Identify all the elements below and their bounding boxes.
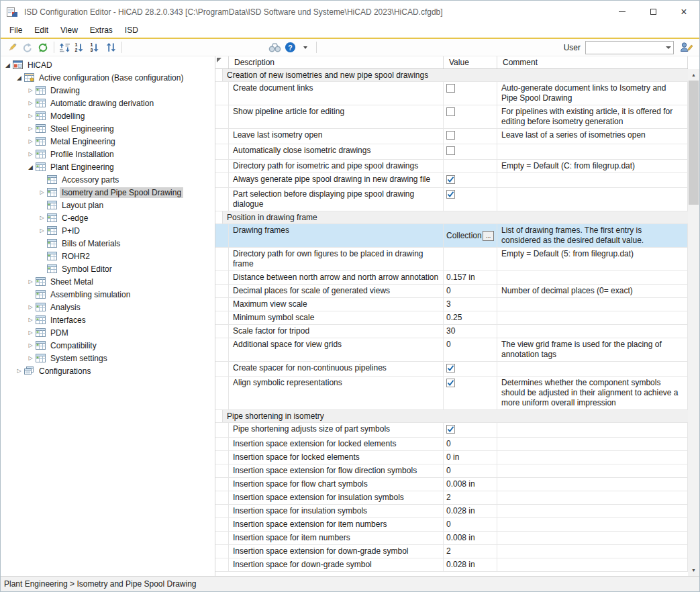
tree-expand-arrow-icon[interactable]: ▷ [26,355,35,361]
value-text[interactable]: 0 [446,439,451,448]
table-row[interactable]: Insertion space extension for flow direc… [215,464,688,478]
column-header-comment[interactable]: Comment [497,56,688,68]
table-row[interactable]: Create spacer for non-continuous pipelin… [215,362,688,377]
value-text[interactable]: 2 [446,546,451,556]
row-handle[interactable] [215,129,229,144]
row-handle[interactable] [215,285,229,297]
column-header-value[interactable]: Value [444,56,497,68]
row-handle[interactable] [215,160,229,172]
value-text[interactable]: 0 in [446,452,459,462]
tree-item-rohr2[interactable]: ROHR2 [1,250,215,262]
vertical-scrollbar[interactable]: ▲ ▼ [688,69,699,576]
tree-item-assembling-simulation[interactable]: Assembling simulation [1,288,215,301]
row-handle[interactable] [215,518,229,531]
table-row[interactable]: Align symbolic representationsDetermines… [215,377,688,410]
tree-item-p-id[interactable]: ▷P+ID [1,224,215,237]
maximize-button[interactable] [638,1,668,23]
row-handle[interactable] [215,423,229,437]
tree-item-compatibility[interactable]: ▷Compatibility [1,339,215,352]
tree-collapse-arrow-icon[interactable]: ◢ [3,62,12,68]
table-row[interactable]: Always generate pipe spool drawing in ne… [215,173,688,188]
tree-item-steel-engineering[interactable]: ▷Steel Engineering [1,122,215,135]
row-handle[interactable] [215,478,229,491]
tree-expand-arrow-icon[interactable]: ▷ [26,87,35,93]
row-handle[interactable] [215,338,229,361]
tree-collapse-arrow-icon[interactable]: ◢ [26,164,35,170]
value-text[interactable]: 2 [446,493,451,502]
table-row[interactable]: Minimum symbol scale0.25 [215,311,688,325]
tree-item-bills-of-materials[interactable]: Bills of Materials [1,237,215,250]
row-handle[interactable] [215,144,229,159]
row-handle[interactable] [215,558,229,571]
tree-item-active-configuration-base-configuration[interactable]: ◢Active configuration (Base configuratio… [1,71,215,84]
table-row[interactable]: Insertion space extension for down-grade… [215,545,688,558]
table-row[interactable]: Insertion space for locked elements0 in [215,451,688,464]
tree-item-isometry-and-pipe-spool-drawing[interactable]: ▷Isometry and Pipe Spool Drawing [1,186,215,199]
tree-item-modelling[interactable]: ▷Modelling [1,109,215,122]
checkbox-unchecked[interactable] [446,146,455,155]
refresh-icon[interactable] [36,40,50,55]
table-row[interactable]: Insertion space for item numbers0.008 in [215,532,688,545]
value-text[interactable]: 0.028 in [446,506,475,515]
section-header[interactable]: Pipe shortening in isometry [215,410,688,423]
checkbox-checked[interactable] [446,364,455,373]
menu-isd[interactable]: ISD [119,23,144,37]
sort-numbers-12-icon[interactable]: 1 2 [72,40,87,55]
table-row[interactable]: Additional space for view grids0The view… [215,338,688,362]
table-row[interactable]: Insertion space for down-grade symbol0.0… [215,558,688,572]
tree-item-layout-plan[interactable]: Layout plan [1,199,215,211]
row-handle[interactable] [215,82,229,105]
row-handle[interactable] [215,325,229,338]
tree-item-hicad[interactable]: ◢HiCAD [1,58,215,71]
tree-item-configurations[interactable]: ▷Configurations [1,364,215,377]
checkbox-unchecked[interactable] [446,131,455,140]
select-all-corner[interactable] [215,56,229,68]
help-dropdown-icon[interactable] [298,40,313,55]
checkbox-checked[interactable] [446,190,455,199]
sort-numbers-13-icon[interactable]: 1 3 [88,40,103,55]
row-handle[interactable] [215,377,229,409]
scroll-thumb[interactable] [689,81,699,205]
tree-item-plant-engineering[interactable]: ◢Plant Engineering [1,160,215,173]
checkbox-checked[interactable] [446,175,455,184]
table-row[interactable]: Insertion space extension for item numbe… [215,518,688,532]
scroll-track[interactable] [688,205,699,564]
row-handle[interactable] [215,464,229,477]
row-handle[interactable] [215,224,229,247]
checkbox-checked[interactable] [446,425,455,434]
tree-expand-arrow-icon[interactable]: ▷ [38,215,46,221]
row-handle[interactable] [215,545,229,558]
value-text[interactable]: 0 [446,520,451,529]
tree-expand-arrow-icon[interactable]: ▷ [26,279,35,285]
tree-expand-arrow-icon[interactable]: ▷ [26,330,35,336]
menu-extras[interactable]: Extras [84,23,119,37]
table-row[interactable]: Leave last isometry openLeave last of a … [215,129,688,144]
row-handle[interactable] [215,451,229,464]
tree-expand-arrow-icon[interactable]: ▷ [26,304,35,310]
tree-expand-arrow-icon[interactable]: ▷ [15,368,23,374]
user-edit-icon[interactable] [679,40,693,55]
menu-view[interactable]: View [54,23,84,37]
table-row[interactable]: Maximum view scale3 [215,298,688,311]
table-row[interactable]: Part selection before displaying pipe sp… [215,188,688,211]
table-row[interactable]: Insertion space extension for locked ele… [215,438,688,451]
row-handle[interactable] [215,298,229,311]
sort-lines-icon[interactable] [57,40,72,55]
help-icon[interactable]: ? [283,40,297,55]
browse-button[interactable]: ... [483,231,494,241]
tree-item-system-settings[interactable]: ▷System settings [1,352,215,364]
user-combobox[interactable] [585,41,674,54]
table-row[interactable]: Distance between north arrow and north a… [215,271,688,285]
close-button[interactable]: × [668,1,699,23]
row-handle[interactable] [215,532,229,544]
tree-expand-arrow-icon[interactable]: ▷ [26,138,35,144]
row-handle[interactable] [215,505,229,517]
tree-item-sheet-metal[interactable]: ▷Sheet Metal [1,275,215,288]
row-handle[interactable] [215,105,229,128]
column-header-description[interactable]: Description [229,56,444,68]
row-handle[interactable] [215,173,229,187]
tree-collapse-arrow-icon[interactable]: ◢ [15,75,23,81]
table-row[interactable]: Directory path for own figures to be pla… [215,248,688,271]
tree-item-drawing[interactable]: ▷Drawing [1,84,215,97]
tree-expand-arrow-icon[interactable]: ▷ [26,126,35,132]
